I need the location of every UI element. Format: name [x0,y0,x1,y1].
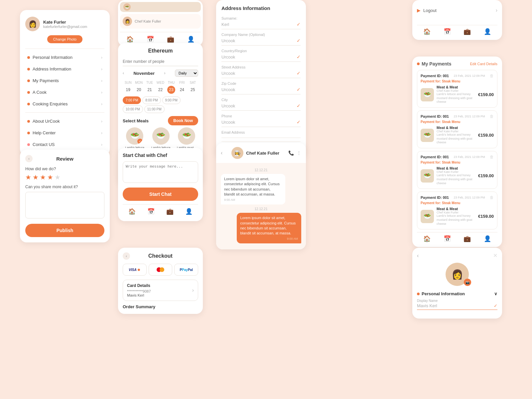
conv-action-icons: 📞 ⋮ [288,150,301,156]
phone-icon[interactable]: 📞 [288,150,294,156]
time-slot-900pm[interactable]: 9:00 PM [162,96,181,104]
briefcase-icon[interactable]: 💼 [464,235,471,242]
star-rating[interactable]: ★ ★ ★ ★ ★ [25,173,104,181]
star-5[interactable]: ★ [55,173,61,181]
payments-bottom-nav: 🏠 📅 💼 👤 [417,232,497,242]
form-field-phone: Phone Urcook ✓ [221,114,301,127]
cal-day-25[interactable]: 25 [188,86,198,94]
review-subquestion: Can you share more about it? [25,185,104,189]
cal-day-21[interactable]: 21 [144,86,155,94]
time-slot-1100pm[interactable]: 11:00 PM [144,105,165,113]
conv-back-button[interactable]: ‹ [221,150,222,156]
person-icon[interactable]: 👤 [187,36,195,43]
message-text-1: Lorem ipsum dolor sit amet, consectetur … [224,177,282,197]
food-card-image: 🥗 [120,2,201,12]
payments-header: My Payments Edit Card Details [417,61,497,66]
meal-image-1: 🥗 ✓ [126,127,143,145]
cal-day-19[interactable]: 19 [123,86,133,94]
cal-day-22[interactable]: 22 [155,86,166,94]
chat-textarea[interactable] [123,161,198,183]
mastercard-method[interactable] [149,264,173,276]
star-2[interactable]: ★ [33,173,39,181]
calendar-nav: ‹ November › Daily Weekly [123,69,198,77]
review-header: ‹ Review [25,155,104,162]
start-chat-button[interactable]: Start Chat [123,188,198,201]
publish-button[interactable]: Publish [25,224,104,237]
star-3[interactable]: ★ [40,173,46,181]
people-input[interactable] [123,57,198,66]
logout-row[interactable]: ▶ Logout › [417,5,497,16]
delete-icon[interactable]: 🗑 [490,114,494,119]
person-icon[interactable]: 👤 [185,208,193,215]
back-button[interactable]: ‹ [417,253,419,259]
check-icon: ✓ [297,22,301,27]
edit-card-details-link[interactable]: Edit Card Details [470,62,497,66]
delete-icon[interactable]: 🗑 [490,195,494,200]
menu-item-contact[interactable]: Contact US › [25,139,104,150]
checkout-back-button[interactable]: ‹ [123,252,130,260]
chevron-right-icon: › [101,67,102,71]
person-icon[interactable]: 👤 [484,28,491,35]
home-icon[interactable]: 🏠 [423,235,431,242]
time-slot-800pm[interactable]: 8:00 PM [142,96,161,104]
more-icon[interactable]: ⋮ [297,150,301,156]
menu-item-about[interactable]: About UrCook › [25,115,104,127]
review-question: How did we do? [25,166,104,171]
form-field-company: Company Name (Optional) Urcook ✓ [221,33,301,46]
close-button[interactable]: ✕ [493,252,497,259]
chevron-right-icon: › [101,90,102,95]
sent-message-time-1: 9:00 AM [240,237,298,241]
menu-item-cooking-enquiries[interactable]: Cooking Enquiries › [25,98,104,110]
briefcase-icon[interactable]: 💼 [166,208,174,215]
change-photo-button[interactable]: Change Photo [47,35,82,43]
star-4[interactable]: ★ [47,173,53,181]
conversation-body: 12.12.21 Lorem ipsum dolor sit amet, con… [216,163,306,249]
next-month-button[interactable]: › [164,71,166,75]
payment-food-image: 🥗 [421,88,434,101]
profile-edit-panel: ‹ ✕ 👩 📷 Personal Information ∨ Display N… [412,248,502,319]
camera-icon[interactable]: 📷 [464,279,471,286]
menu-item-address[interactable]: Address Information › [25,63,104,75]
menu-item-cook[interactable]: A Cook › [25,86,104,98]
calendar-icon[interactable]: 📅 [147,208,155,215]
menu-item-help[interactable]: Help Center › [25,127,104,139]
calendar-icon[interactable]: 📅 [147,36,154,43]
menu-dot [27,103,30,105]
chef-name: Chef Kate Fuller [246,151,279,156]
country-value: Urcook ✓ [221,54,301,62]
chef-avatar: 👩‍🍳 [231,147,243,159]
review-textarea[interactable] [25,192,104,218]
prev-month-button[interactable]: ‹ [123,71,124,75]
calendar-icon[interactable]: 📅 [444,28,451,35]
home-icon[interactable]: 🏠 [126,36,134,43]
paypal-method[interactable]: PPayPal [174,264,198,276]
view-select[interactable]: Daily Weekly [175,69,198,77]
payments-panel: My Payments Edit Card Details Payment ID… [412,57,502,247]
person-icon[interactable]: 👤 [484,235,491,242]
briefcase-icon[interactable]: 💼 [167,36,174,43]
menu-item-personal[interactable]: Personal Information › [25,52,104,63]
time-slot-700pm[interactable]: 7:00 PM [123,96,141,104]
address-title: Address Information [221,5,301,11]
checkout-title: Checkout [133,253,188,259]
home-icon[interactable]: 🏠 [128,208,136,215]
cal-day-24[interactable]: 24 [177,86,187,94]
display-name-field[interactable]: Mavis Kerl ✓ [417,303,497,310]
zip-value: Urcook ✓ [221,87,301,94]
delete-icon[interactable]: 🗑 [490,73,494,78]
visa-method[interactable]: VISA ● [123,264,147,276]
star-1[interactable]: ★ [25,173,31,181]
cal-day-23[interactable]: 23 [167,86,175,94]
personal-info-title[interactable]: Personal Information ∨ [417,291,497,296]
book-now-button[interactable]: Book Now [168,116,198,125]
card-details-section[interactable]: Card Details ***********9087 Mavis Kerl … [123,280,198,301]
cal-day-20[interactable]: 20 [133,86,144,94]
calendar-icon[interactable]: 📅 [444,235,451,242]
home-icon[interactable]: 🏠 [423,28,431,35]
menu-item-payments[interactable]: My Payments › [25,75,104,86]
time-slot-1000pm[interactable]: 10:00 PM [123,105,143,113]
briefcase-icon[interactable]: 💼 [464,28,471,35]
delete-icon[interactable]: 🗑 [490,155,494,159]
back-button[interactable]: ‹ [25,155,33,162]
sent-message-text-1: Lorem ipsum dolor sit amet, consectetur … [240,215,298,236]
